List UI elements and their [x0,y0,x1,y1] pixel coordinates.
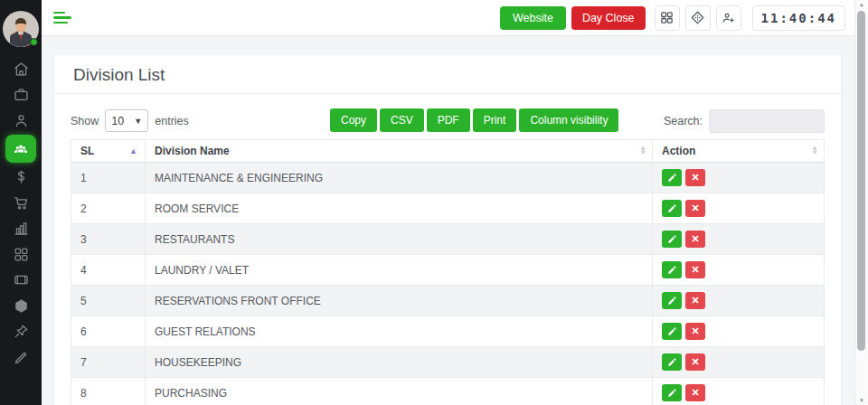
sidebar-item-modules[interactable] [0,241,42,268]
sidebar [0,0,42,405]
card-header: Division List [54,55,841,94]
division-list-card: Division List Show 10 ▼ entries Copy CSV [54,55,841,405]
sidebar-item-reports[interactable] [0,216,42,242]
delete-button[interactable]: ✕ [685,384,705,401]
cell-sl: 6 [71,316,146,347]
navigation-diamond-icon [690,10,705,25]
cell-action: ✕ [653,286,825,316]
copy-button[interactable]: Copy [330,108,377,132]
cell-division-name: HOUSEKEEPING [146,347,653,378]
delete-button[interactable]: ✕ [685,261,705,278]
gem-icon [13,297,30,315]
column-visibility-button[interactable]: Column visibility [519,108,618,132]
sidebar-item-user[interactable] [0,108,42,134]
sidebar-item-pinned[interactable] [0,319,42,345]
sidebar-item-divisions[interactable] [0,134,42,165]
print-button[interactable]: Print [473,108,517,132]
sidebar-item-inventory[interactable] [0,293,42,319]
pencil-icon [667,326,677,336]
cell-division-name: RESTAURANTS [146,224,653,255]
table-row: 1 MAINTENANCE & ENGINEERING ✕ [71,163,825,193]
page-scrollbar[interactable]: ▲ ▼ [854,0,868,405]
edit-button[interactable] [662,384,682,401]
delete-button[interactable]: ✕ [685,323,705,340]
table-body: 1 MAINTENANCE & ENGINEERING ✕ 2 ROOM SER… [71,163,825,405]
pencil-icon [667,173,677,183]
avatar[interactable] [3,11,39,47]
add-user-button[interactable] [716,5,741,31]
card-body: Show 10 ▼ entries Copy CSV PDF Print Col… [54,94,841,405]
delete-button[interactable]: ✕ [685,169,705,186]
edit-button[interactable] [662,169,682,186]
day-close-button[interactable]: Day Close [571,6,646,30]
pencil-icon [667,265,677,275]
table-header-row: SL ▲ Division Name ▲▼ Action ▲▼ [71,140,825,163]
cell-action: ✕ [653,347,825,378]
table-row: 2 ROOM SERVICE ✕ [71,193,825,224]
users-group-icon [13,141,29,157]
table-row: 5 RESERVATIONS FRONT OFFICE ✕ [71,286,825,316]
delete-button[interactable]: ✕ [685,231,705,248]
column-header-sl[interactable]: SL ▲ [71,140,146,163]
cell-action: ✕ [653,193,825,224]
cell-division-name: RESERVATIONS FRONT OFFICE [146,286,653,316]
tablet-icon [13,271,30,288]
cell-division-name: ROOM SERVICE [146,193,653,224]
entries-label: entries [155,115,189,127]
website-button[interactable]: Website [500,6,566,30]
table-row: 3 RESTAURANTS ✕ [71,224,825,255]
chevron-down-icon: ▼ [134,117,142,126]
export-buttons: Copy CSV PDF Print Column visibility [330,108,618,132]
scrollbar-thumb[interactable] [857,11,865,351]
apps-grid-button[interactable] [655,5,680,31]
pencil-icon [667,357,677,367]
cell-action: ✕ [653,163,825,193]
sidebar-nav [0,56,42,371]
delete-button[interactable]: ✕ [685,292,705,309]
navigation-button[interactable] [685,5,711,31]
cell-division-name: GUEST RELATIONS [146,316,653,347]
delete-button[interactable]: ✕ [685,353,705,371]
pencil-icon [667,203,677,213]
page-length-select[interactable]: 10 ▼ [105,109,148,132]
grid-icon [13,246,30,263]
sidebar-item-edit[interactable] [0,344,42,371]
search-input[interactable] [709,109,825,133]
page-title: Division List [73,65,822,85]
edit-button[interactable] [662,353,682,371]
cell-action: ✕ [653,316,825,347]
show-label: Show [71,115,99,127]
search-control: Search: [664,109,825,133]
app-screen: Website Day Close 11:40:44 Division List [0,0,868,405]
edit-button[interactable] [662,292,682,309]
edit-button[interactable] [662,231,682,248]
cell-sl: 8 [71,378,146,405]
pencil-icon [667,296,677,306]
edit-button[interactable] [662,323,682,340]
cell-division-name: LAUNDRY / VALET [146,255,653,286]
delete-button[interactable]: ✕ [685,200,705,217]
sidebar-item-cart[interactable] [0,190,42,216]
add-user-icon [721,10,736,25]
scroll-up-arrow[interactable]: ▲ [855,2,868,7]
column-header-action[interactable]: Action ▲▼ [653,140,825,163]
column-header-division-name[interactable]: Division Name ▲▼ [146,140,653,163]
division-table: SL ▲ Division Name ▲▼ Action ▲▼ [71,139,825,405]
csv-button[interactable]: CSV [380,108,424,132]
sidebar-item-finance[interactable] [0,165,42,191]
scroll-down-arrow[interactable]: ▼ [855,398,868,403]
sidebar-item-briefcase[interactable] [0,82,42,108]
sidebar-item-home[interactable] [0,56,42,82]
pdf-button[interactable]: PDF [427,108,470,132]
edit-button[interactable] [662,261,682,278]
sidebar-item-devices[interactable] [0,268,42,294]
table-row: 4 LAUNDRY / VALET ✕ [71,255,825,286]
edit-button[interactable] [662,200,682,217]
shopping-cart-icon [13,194,30,212]
hamburger-menu-icon[interactable] [53,11,73,25]
cell-action: ✕ [653,378,825,405]
datatable-toolbar: Show 10 ▼ entries Copy CSV PDF Print Col… [71,108,825,133]
pencil-icon [667,388,677,398]
topbar-actions: Website Day Close 11:40:44 [500,5,854,31]
dollar-icon [13,168,30,185]
